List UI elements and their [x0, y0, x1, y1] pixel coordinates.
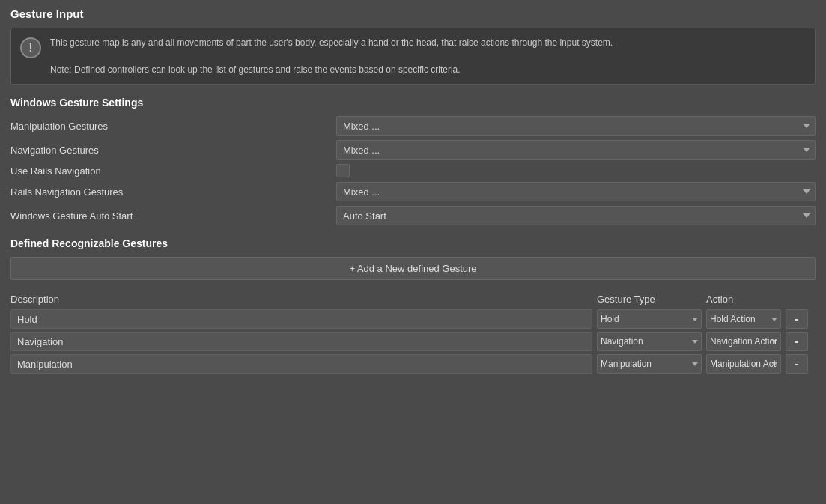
row-hold-action-select[interactable]: Hold Action Navigation Action Manipulati… — [706, 309, 781, 329]
use-rails-navigation-checkbox[interactable] — [336, 164, 350, 177]
info-box: ! This gesture map is any and all moveme… — [10, 28, 816, 85]
table-row: Navigation Hold Navigation Manipulation … — [10, 332, 816, 351]
row-manipulation-remove-button[interactable]: - — [786, 354, 808, 374]
navigation-gestures-control: Mixed ... None All — [336, 140, 816, 160]
row-manipulation-description: Manipulation — [10, 354, 592, 374]
row-hold-description: Hold — [10, 309, 592, 329]
info-icon: ! — [20, 37, 41, 58]
row-navigation-remove-button[interactable]: - — [786, 332, 808, 351]
col-remove-header — [786, 294, 816, 305]
rails-navigation-gestures-label: Rails Navigation Gestures — [10, 186, 329, 198]
row-hold-gesture-type-select[interactable]: Hold Navigation Manipulation — [597, 309, 702, 329]
info-text-line2: Note: Defined controllers can look up th… — [50, 64, 461, 75]
row-navigation-gesture-type-select[interactable]: Hold Navigation Manipulation — [597, 332, 702, 351]
add-gesture-button[interactable]: + Add a New defined Gesture — [10, 257, 816, 280]
row-manipulation-action-select[interactable]: Hold Action Navigation Action Manipulati… — [706, 354, 781, 374]
row-navigation-action-select[interactable]: Hold Action Navigation Action Manipulati… — [706, 332, 781, 351]
windows-settings-grid: Manipulation Gestures Mixed ... None All… — [10, 116, 816, 225]
manipulation-gestures-label: Manipulation Gestures — [10, 121, 329, 132]
rails-navigation-gestures-select[interactable]: Mixed ... None All — [336, 182, 816, 201]
row-hold-remove-button[interactable]: - — [786, 309, 808, 329]
defined-gestures-title: Defined Recognizable Gestures — [10, 237, 816, 249]
manipulation-gestures-select[interactable]: Mixed ... None All — [336, 116, 816, 136]
navigation-gestures-select[interactable]: Mixed ... None All — [336, 140, 816, 160]
info-text: This gesture map is any and all movement… — [50, 36, 613, 76]
table-header: Description Gesture Type Action — [10, 291, 816, 309]
info-text-line1: This gesture map is any and all movement… — [50, 37, 613, 48]
row-manipulation-gesture-type-select[interactable]: Hold Navigation Manipulation — [597, 354, 702, 374]
col-gesture-type-header: Gesture Type — [597, 294, 702, 305]
windows-gesture-auto-start-control: Auto Start Manual Start — [336, 206, 816, 225]
row-navigation-description: Navigation — [10, 332, 592, 351]
use-rails-navigation-label: Use Rails Navigation — [10, 166, 329, 177]
windows-gesture-auto-start-label: Windows Gesture Auto Start — [10, 210, 329, 222]
col-description-header: Description — [10, 294, 592, 305]
manipulation-gestures-control: Mixed ... None All — [336, 116, 816, 136]
navigation-gestures-label: Navigation Gestures — [10, 145, 329, 156]
table-row: Hold Hold Navigation Manipulation Hold A… — [10, 309, 816, 329]
use-rails-navigation-control — [336, 164, 816, 177]
table-row: Manipulation Hold Navigation Manipulatio… — [10, 354, 816, 374]
gesture-input-panel: Gesture Input ! This gesture map is any … — [0, 0, 826, 387]
rails-navigation-gestures-control: Mixed ... None All — [336, 182, 816, 201]
windows-gesture-auto-start-select[interactable]: Auto Start Manual Start — [336, 206, 816, 225]
windows-settings-title: Windows Gesture Settings — [10, 97, 816, 109]
page-title: Gesture Input — [10, 7, 816, 20]
col-action-header: Action — [706, 294, 781, 305]
